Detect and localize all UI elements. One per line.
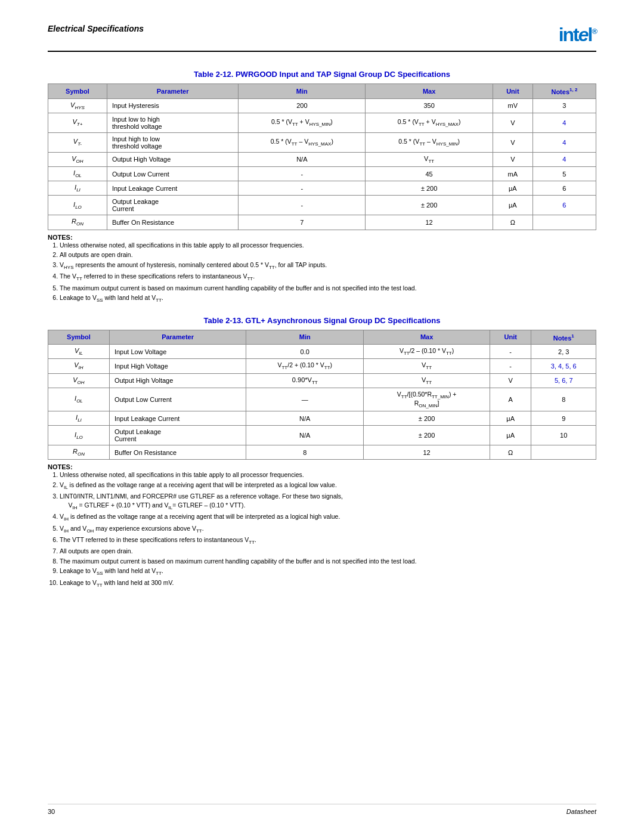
table1-notes: NOTES: Unless otherwise noted, all speci… (48, 234, 596, 304)
col-max-2: Max (364, 330, 490, 345)
table-row: VOH Output High Voltage 0.90*VTT VTT V 5… (48, 373, 596, 388)
list-item: Unless otherwise noted, all specificatio… (60, 470, 596, 479)
table2: Symbol Parameter Min Max Unit Notes1 VIL… (48, 330, 596, 460)
list-item: The VTT referred to in these specificati… (60, 535, 596, 546)
table2-notes: NOTES: Unless otherwise noted, all speci… (48, 463, 596, 589)
table2-title: Table 2-13. GTL+ Asynchronous Signal Gro… (48, 316, 596, 325)
col-min-1: Min (239, 84, 366, 99)
list-item: VIH and VOH may experience excursions ab… (60, 524, 596, 534)
list-item: Leakage to VSS with land held at VTT. (60, 293, 596, 304)
list-item: Leakage to VSS with land held at VTT. (60, 566, 596, 577)
table-row: ILI Input Leakage Current N/A ± 200 μA 9 (48, 411, 596, 425)
notes-header-2: NOTES: (48, 463, 73, 470)
table-row: VHYS Input Hysteresis 200 350 mV 3 (48, 98, 596, 113)
list-item: The VTT referred to in these specificati… (60, 272, 596, 282)
list-item: VHYS represents the amount of hysteresis… (60, 261, 596, 271)
list-item: The maximum output current is based on m… (60, 557, 596, 566)
col-symbol-2: Symbol (48, 330, 110, 345)
notes-list-2: Unless otherwise noted, all specificatio… (60, 470, 596, 589)
table-row: VIL Input Low Voltage 0.0 VTT/2 – (0.10 … (48, 345, 596, 359)
page-number: 30 (48, 808, 55, 815)
table-row: VT+ Input low to highthreshold voltage 0… (48, 113, 596, 132)
table-row: VT- Input high to lowthreshold voltage 0… (48, 132, 596, 152)
list-item: VIL is defined as the voltage range at a… (60, 481, 596, 491)
col-symbol-1: Symbol (48, 84, 107, 99)
list-item: Leakage to VTT with land held at 300 mV. (60, 578, 596, 589)
notes-list-1: Unless otherwise noted, all specificatio… (60, 241, 596, 304)
col-notes-1: Notes1, 2 (532, 84, 596, 99)
col-notes-2: Notes1 (531, 330, 596, 345)
list-item: LINT0/INTR, LINT1/NMI, and FORCEPR# use … (60, 492, 596, 511)
notes-header-1: NOTES: (48, 234, 73, 241)
table-row: ILO Output LeakageCurrent - ± 200 μA 6 (48, 196, 596, 215)
col-unit-1: Unit (493, 84, 532, 99)
list-item: The maximum output current is based on m… (60, 284, 596, 293)
list-item: Unless otherwise noted, all specificatio… (60, 241, 596, 250)
list-item: VIH is defined as the voltage range at a… (60, 512, 596, 522)
table-row: RON Buffer On Resistance 7 12 Ω (48, 215, 596, 230)
list-item: All outputs are open drain. (60, 250, 596, 259)
table1-title: Table 2-12. PWRGOOD Input and TAP Signal… (48, 70, 596, 79)
document-type: Datasheet (566, 808, 596, 815)
col-max-1: Max (366, 84, 493, 99)
table-row: IOL Output Low Current - 45 mA 5 (48, 167, 596, 181)
table-row: ILO Output LeakageCurrent N/A ± 200 μA 1… (48, 426, 596, 445)
intel-logo: intel® (559, 24, 596, 46)
page-header: Electrical Specifications intel® (48, 24, 596, 52)
list-item: All outputs are open drain. (60, 547, 596, 556)
table-row: VOH Output High Voltage N/A VTT V 4 (48, 152, 596, 166)
col-parameter-2: Parameter (109, 330, 246, 345)
table1: Symbol Parameter Min Max Unit Notes1, 2 … (48, 83, 596, 230)
table-row: VIH Input High Voltage VTT/2 + (0.10 * V… (48, 359, 596, 373)
table-row: IOL Output Low Current — VTT/[(0.50*RTT_… (48, 388, 596, 411)
table-row: ILI Input Leakage Current - ± 200 μA 6 (48, 181, 596, 196)
col-unit-2: Unit (490, 330, 531, 345)
page: Electrical Specifications intel® Table 2… (0, 0, 644, 833)
header-title: Electrical Specifications (48, 24, 144, 33)
page-footer: 30 Datasheet (48, 804, 596, 815)
col-parameter-1: Parameter (107, 84, 238, 99)
table-row: RON Buffer On Resistance 8 12 Ω (48, 445, 596, 460)
col-min-2: Min (246, 330, 364, 345)
